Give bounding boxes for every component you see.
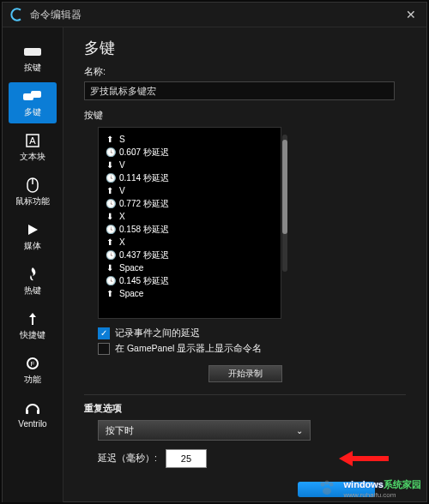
watermark-text: windows xyxy=(344,479,384,489)
delay-ms-input[interactable] xyxy=(166,449,207,468)
key-event-row[interactable]: 🕓0.114 秒延迟 xyxy=(106,171,274,184)
arrow-up-icon: ⬆ xyxy=(106,237,114,247)
key-event-text: 0.158 秒延迟 xyxy=(119,224,169,236)
key-event-text: Space xyxy=(119,289,143,298)
sidebar-item-ventrilo[interactable]: Ventrilo xyxy=(9,394,57,435)
sidebar-item-media[interactable]: 媒体 xyxy=(9,216,57,257)
arrow-up-icon: ⬆ xyxy=(106,289,114,298)
key-event-text: V xyxy=(119,186,125,195)
sidebar-item-shortcut[interactable]: 快捷键 xyxy=(9,305,57,346)
key-event-text: 0.437 秒延迟 xyxy=(119,249,169,261)
mouse-icon xyxy=(23,177,42,193)
sidebar-label: 多键 xyxy=(24,106,41,118)
key-event-row[interactable]: 🕓0.158 秒延迟 xyxy=(106,223,274,236)
gear-icon: F xyxy=(23,356,42,371)
key-event-row[interactable]: ⬇Space xyxy=(106,261,274,274)
arrow-down-icon: ⬇ xyxy=(106,160,114,170)
sidebar-item-keystroke[interactable]: 按键 xyxy=(9,38,57,79)
play-icon xyxy=(23,222,42,237)
clock-icon: 🕓 xyxy=(106,173,114,183)
checkbox-icon xyxy=(98,343,110,355)
key-event-text: Space xyxy=(119,263,143,273)
key-event-row[interactable]: 🕓0.607 秒延迟 xyxy=(106,146,274,159)
clock-icon: 🕓 xyxy=(106,225,114,234)
options: ✓ 记录事件之间的延迟 在 GamePanel 显示器上显示命令名 xyxy=(98,326,406,357)
repeat-section-label: 重复选项 xyxy=(84,402,406,415)
key-event-row[interactable]: ⬇V xyxy=(106,159,274,171)
key-event-row[interactable]: 🕓0.772 秒延迟 xyxy=(106,197,274,210)
sidebar-label: Ventrilo xyxy=(18,419,46,429)
key-event-row[interactable]: ⬆Space xyxy=(106,287,274,300)
sidebar-item-hotkey[interactable]: 热键 xyxy=(9,261,57,302)
svg-point-15 xyxy=(323,488,331,495)
sidebar-item-multikey[interactable]: 多键 xyxy=(9,82,57,123)
checkbox-icon: ✓ xyxy=(98,327,110,339)
headset-icon xyxy=(23,401,42,417)
key-event-text: S xyxy=(119,135,125,144)
scroll-thumb[interactable] xyxy=(282,140,287,234)
arrow-down-icon: ⬇ xyxy=(106,263,114,273)
key-event-row[interactable]: ⬆X xyxy=(106,236,274,249)
arrow-down-icon: ⬇ xyxy=(106,212,114,221)
macro-name-input[interactable] xyxy=(84,81,395,100)
name-label: 名称: xyxy=(84,65,406,78)
logitech-logo-icon xyxy=(9,7,25,22)
checkbox-gamepanel[interactable]: 在 GamePanel 显示器上显示命令名 xyxy=(98,341,406,357)
watermark-text: 系统家园 xyxy=(384,479,421,489)
sidebar-label: 功能 xyxy=(24,374,41,386)
delay-row: 延迟（毫秒）: xyxy=(98,449,406,468)
key-event-row[interactable]: 🕓0.145 秒延迟 xyxy=(106,274,274,287)
repeat-mode-dropdown[interactable]: 按下时 ⌄ xyxy=(98,420,311,441)
key-event-row[interactable]: 🕓0.437 秒延迟 xyxy=(106,249,274,261)
key-event-text: X xyxy=(119,212,125,221)
command-editor-window: 命令编辑器 ✕ 按键 多键 A 文本块 鼠标功能 媒体 xyxy=(2,2,427,502)
sidebar-label: 鼠标功能 xyxy=(15,195,50,207)
sidebar-item-textblock[interactable]: A 文本块 xyxy=(9,127,57,168)
clock-icon: 🕓 xyxy=(106,276,114,285)
key-event-row[interactable]: ⬆S xyxy=(106,133,274,146)
svg-rect-0 xyxy=(24,48,41,56)
keyboard-icon xyxy=(23,44,42,59)
svg-rect-2 xyxy=(31,91,41,98)
arrow-up-icon: ⬆ xyxy=(106,186,114,195)
dropdown-value: 按下时 xyxy=(106,424,134,437)
textblock-icon: A xyxy=(23,133,42,148)
svg-rect-9 xyxy=(26,410,28,414)
sidebar-item-function[interactable]: F 功能 xyxy=(9,350,57,391)
shortcut-icon xyxy=(23,311,42,327)
key-events-list[interactable]: ⬆S🕓0.607 秒延迟⬇V🕓0.114 秒延迟⬆V🕓0.772 秒延迟⬇X🕓0… xyxy=(98,127,281,319)
arrow-up-icon: ⬆ xyxy=(106,135,114,144)
svg-text:A: A xyxy=(29,135,36,146)
checkbox-label: 在 GamePanel 显示器上显示命令名 xyxy=(115,343,262,355)
checkbox-record-delay[interactable]: ✓ 记录事件之间的延迟 xyxy=(98,326,406,341)
svg-point-13 xyxy=(324,481,329,485)
key-event-text: 0.772 秒延迟 xyxy=(119,198,169,210)
flame-icon xyxy=(23,267,42,282)
clock-icon: 🕓 xyxy=(106,250,114,260)
key-event-row[interactable]: ⬇X xyxy=(106,210,274,223)
delay-label: 延迟（毫秒）: xyxy=(98,453,157,465)
sidebar-label: 按键 xyxy=(24,62,41,74)
key-event-text: X xyxy=(119,237,125,247)
sidebar-label: 文本块 xyxy=(20,151,45,163)
sidebar-label: 热键 xyxy=(24,285,41,297)
body: 按键 多键 A 文本块 鼠标功能 媒体 热键 xyxy=(3,27,426,502)
svg-point-12 xyxy=(320,483,324,487)
key-event-text: 0.145 秒延迟 xyxy=(119,275,169,287)
key-event-text: 0.607 秒延迟 xyxy=(119,147,169,159)
watermark: windows系统家园 www.ruhaifu.com xyxy=(317,478,421,499)
key-event-text: 0.114 秒延迟 xyxy=(119,172,169,184)
page-title: 多键 xyxy=(84,38,406,58)
watermark-url: www.ruhaifu.com xyxy=(344,491,421,499)
clock-icon: 🕓 xyxy=(106,147,114,157)
close-button[interactable]: ✕ xyxy=(402,6,420,23)
sidebar-item-mouse[interactable]: 鼠标功能 xyxy=(9,171,57,213)
sidebar-label: 媒体 xyxy=(24,240,41,252)
key-event-row[interactable]: ⬆V xyxy=(106,184,274,197)
scrollbar[interactable] xyxy=(282,135,287,272)
divider xyxy=(84,394,406,395)
start-record-button[interactable]: 开始录制 xyxy=(208,365,282,382)
clock-icon: 🕓 xyxy=(106,199,114,208)
key-event-text: V xyxy=(119,160,125,170)
titlebar: 命令编辑器 ✕ xyxy=(3,3,426,27)
